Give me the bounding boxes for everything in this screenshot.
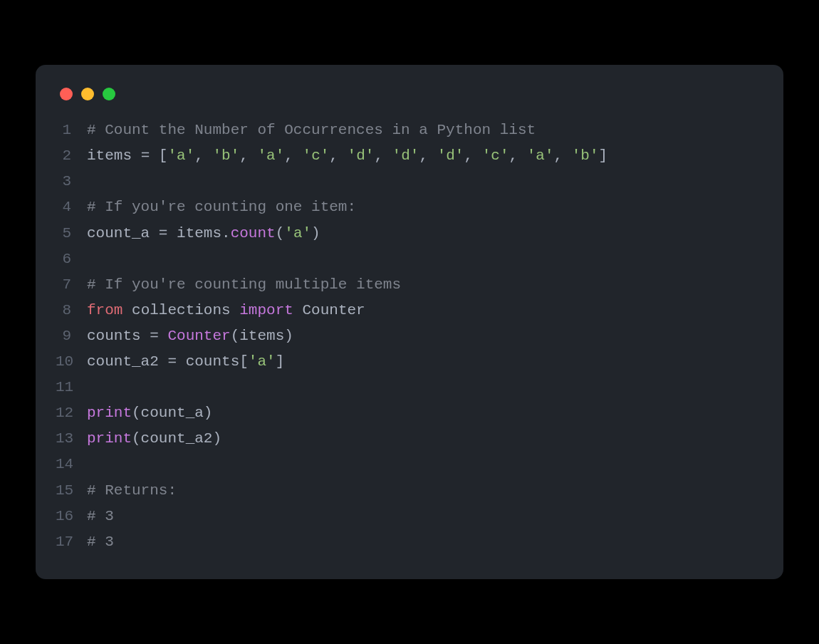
token: # Returns:	[87, 482, 177, 499]
token: 'a'	[167, 147, 194, 164]
token: 'b'	[212, 147, 239, 164]
line-source: count_a = items.count('a')	[87, 221, 763, 246]
token: (items)	[231, 328, 293, 344]
token: ,	[284, 147, 302, 164]
line-number: 3	[56, 169, 87, 194]
code-line: 8from collections import Counter	[56, 298, 763, 323]
token: print	[87, 430, 132, 447]
code-line: 7# If you're counting multiple items	[56, 272, 763, 298]
code-line: 17# 3	[56, 529, 763, 555]
token: # Count the Number of Occurrences in a P…	[87, 122, 536, 138]
code-line: 6	[56, 246, 763, 272]
code-line: 15# Returns:	[56, 478, 763, 504]
line-number: 17	[56, 529, 87, 555]
token	[159, 328, 168, 344]
token: ,	[239, 147, 257, 164]
line-source: count_a2 = counts['a']	[87, 349, 763, 375]
line-source: # 3	[87, 529, 763, 555]
code-line: 9counts = Counter(items)	[56, 323, 763, 349]
token: items	[87, 147, 141, 164]
line-number: 16	[56, 504, 87, 529]
line-number: 4	[56, 194, 87, 220]
token: count_a	[87, 225, 159, 242]
token: 'b'	[572, 147, 599, 164]
token: Counter	[167, 328, 230, 344]
code-line: 3	[56, 169, 763, 194]
code-line: 1# Count the Number of Occurrences in a …	[56, 118, 763, 143]
close-icon[interactable]	[60, 88, 73, 100]
token: [	[150, 147, 167, 164]
line-source: print(count_a2)	[87, 426, 763, 452]
window-titlebar	[56, 85, 763, 118]
line-number: 12	[56, 400, 87, 426]
line-source	[87, 246, 763, 272]
token: 'd'	[437, 147, 464, 164]
line-source: print(count_a)	[87, 400, 763, 426]
token: =	[159, 225, 168, 242]
line-number: 15	[56, 478, 87, 504]
line-source: # 3	[87, 504, 763, 529]
token: ,	[419, 147, 437, 164]
line-source: items = ['a', 'b', 'a', 'c', 'd', 'd', '…	[87, 143, 763, 169]
code-line: 10count_a2 = counts['a']	[56, 349, 763, 375]
line-number: 10	[56, 349, 87, 375]
line-source: from collections import Counter	[87, 298, 763, 323]
token: 'a'	[284, 225, 311, 242]
code-line: 12print(count_a)	[56, 400, 763, 426]
token: count	[231, 225, 276, 242]
token: ,	[374, 147, 392, 164]
line-number: 5	[56, 221, 87, 246]
minimize-icon[interactable]	[81, 88, 94, 100]
token: ,	[554, 147, 572, 164]
token: collections	[122, 302, 239, 318]
token: counts[	[177, 353, 249, 370]
token: 'd'	[392, 147, 419, 164]
token: # 3	[87, 508, 114, 524]
code-line: 16# 3	[56, 504, 763, 529]
line-source: # If you're counting multiple items	[87, 272, 763, 298]
code-line: 11	[56, 375, 763, 400]
zoom-icon[interactable]	[103, 88, 115, 100]
code-line: 5count_a = items.count('a')	[56, 221, 763, 246]
line-number: 6	[56, 246, 87, 272]
token: (count_a)	[132, 405, 212, 421]
line-source: # Returns:	[87, 478, 763, 504]
token: 'd'	[348, 147, 375, 164]
token: # If you're counting one item:	[87, 199, 356, 215]
token: print	[87, 405, 132, 421]
line-number: 1	[56, 118, 87, 143]
line-source	[87, 169, 763, 194]
token: (count_a2)	[132, 430, 221, 447]
token: ,	[194, 147, 212, 164]
code-area: 1# Count the Number of Occurrences in a …	[56, 118, 763, 555]
code-line: 13print(count_a2)	[56, 426, 763, 452]
token: 'c'	[303, 147, 330, 164]
line-source: counts = Counter(items)	[87, 323, 763, 349]
code-line: 14	[56, 452, 763, 477]
token: 'a'	[527, 147, 554, 164]
line-source	[87, 452, 763, 477]
token: items.	[167, 225, 230, 242]
token: =	[150, 328, 159, 344]
token: ]	[276, 353, 285, 370]
line-source	[87, 375, 763, 400]
token: =	[141, 147, 150, 164]
code-line: 4# If you're counting one item:	[56, 194, 763, 220]
line-number: 2	[56, 143, 87, 169]
code-line: 2items = ['a', 'b', 'a', 'c', 'd', 'd', …	[56, 143, 763, 169]
token: )	[311, 225, 320, 242]
token: Counter	[293, 302, 365, 318]
token: # 3	[87, 534, 114, 550]
token: ,	[508, 147, 526, 164]
token: ,	[329, 147, 347, 164]
line-source: # If you're counting one item:	[87, 194, 763, 220]
token: from	[87, 302, 122, 318]
token: counts	[87, 328, 150, 344]
token: # If you're counting multiple items	[87, 276, 401, 293]
line-number: 8	[56, 298, 87, 323]
token: ]	[599, 147, 608, 164]
token: (	[276, 225, 285, 242]
line-number: 7	[56, 272, 87, 298]
line-number: 11	[56, 375, 87, 400]
token: 'a'	[258, 147, 285, 164]
